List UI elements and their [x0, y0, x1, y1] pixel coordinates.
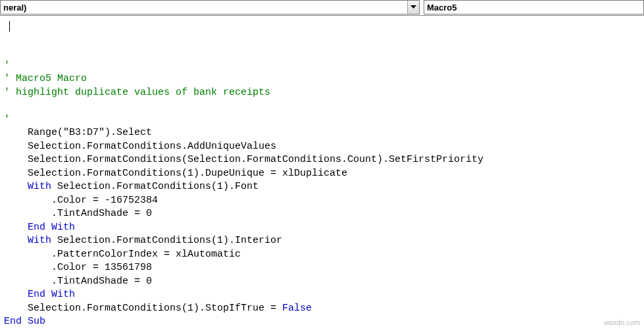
code-line: Selection.FormatConditions.AddUniqueValu… [4, 140, 640, 154]
chevron-down-icon[interactable] [407, 1, 419, 14]
code-line: Selection.FormatConditions(1).StopIfTrue… [4, 302, 640, 316]
code-line: .Color = -16752384 [4, 194, 640, 208]
code-line: Selection.FormatConditions(Selection.For… [4, 153, 640, 167]
procedure-selector-value: Macro5 [427, 3, 643, 13]
object-selector-value: neral) [3, 3, 407, 13]
code-line [4, 99, 640, 113]
svg-marker-0 [410, 5, 416, 9]
code-line: End With [4, 221, 640, 235]
code-editor[interactable]: '' Macro5 Macro' highlight duplicate val… [0, 16, 644, 329]
code-line: ' highlight duplicate values of bank rec… [4, 86, 640, 100]
text-cursor [9, 21, 10, 32]
watermark-text: wsxdn.com [604, 318, 640, 326]
code-line: ' [4, 113, 640, 127]
code-line: ' [4, 59, 640, 73]
code-line: .TintAndShade = 0 [4, 207, 640, 221]
procedure-selector-dropdown[interactable]: Macro5 [424, 0, 644, 14]
dropdown-toolbar: neral) Macro5 [0, 0, 644, 16]
code-line: .TintAndShade = 0 [4, 275, 640, 289]
code-line: End With [4, 288, 640, 302]
code-line: End Sub [4, 315, 640, 329]
code-line: With Selection.FormatConditions(1).Inter… [4, 234, 640, 248]
code-line: .Color = 13561798 [4, 261, 640, 275]
object-selector-dropdown[interactable]: neral) [0, 0, 420, 14]
code-line: .PatternColorIndex = xlAutomatic [4, 248, 640, 262]
code-line: With Selection.FormatConditions(1).Font [4, 180, 640, 194]
code-line: Selection.FormatConditions(1).DupeUnique… [4, 167, 640, 181]
code-line: ' Macro5 Macro [4, 72, 640, 86]
code-line: Range("B3:D7").Select [4, 126, 640, 140]
